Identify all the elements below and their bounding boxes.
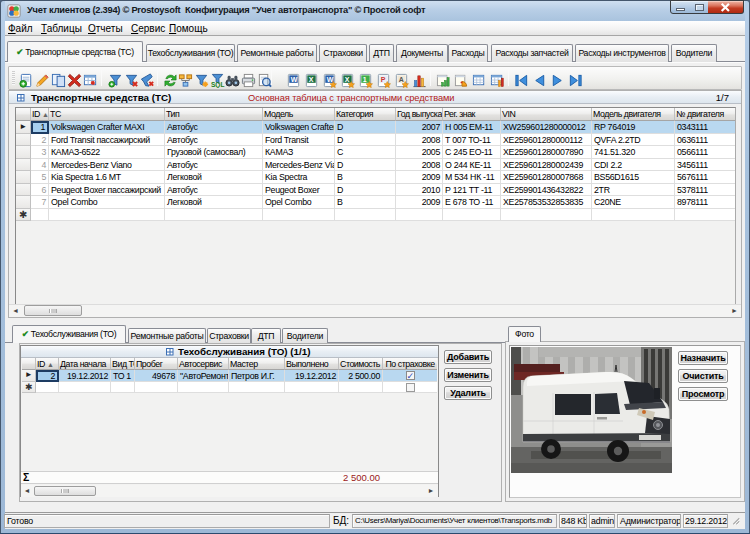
svg-text:1: 1 (363, 76, 367, 83)
svg-text:W: W (327, 76, 334, 83)
svg-text:X: X (309, 76, 314, 83)
svg-text:A: A (399, 76, 404, 83)
svg-text:SQL: SQL (211, 81, 224, 88)
svg-text:W: W (291, 76, 298, 83)
svg-text:P: P (381, 76, 386, 83)
svg-text:X: X (345, 76, 350, 83)
